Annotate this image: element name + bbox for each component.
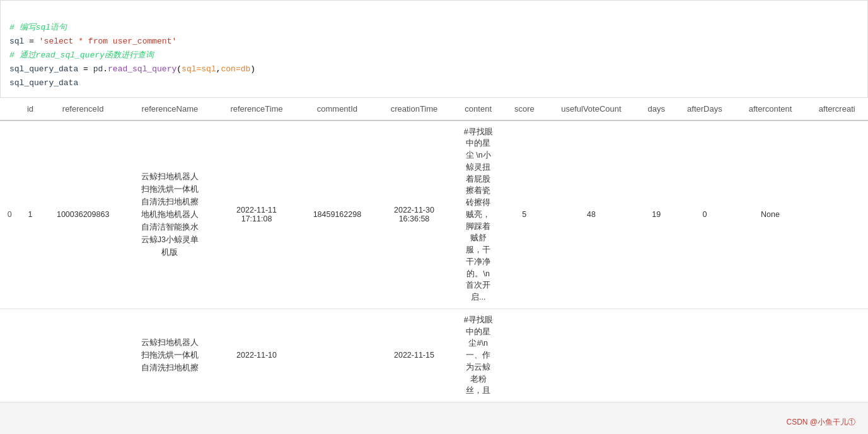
cell-referencename-0: 云鲸扫地机器人扫拖洗烘一体机自清洗扫地机擦地机拖地机器人自清洁智能换水云鲸J3小… (125, 120, 215, 309)
cell-usefulvotecount-0: 48 (545, 120, 639, 309)
cell-creationtime-1: 2022-11-15 (376, 308, 453, 402)
code-param1: sql=sql (182, 64, 216, 74)
code-pd: pd (93, 64, 103, 74)
code-func: read_sql_query (108, 64, 176, 74)
cell-referencename-1: 云鲸扫地机器人扫拖洗烘一体机自清洗扫地机擦 (125, 308, 215, 402)
col-header-referenceid: referenceId (41, 98, 125, 120)
cell-afterdays-0: 0 (674, 120, 735, 309)
cell-commentid-1 (298, 308, 376, 402)
col-header-afterdays: afterDays (674, 98, 735, 120)
cell-aftercontent-0: None (735, 120, 806, 309)
col-header-referencetime: referenceTime (215, 98, 298, 120)
code-output-var: sql_query_data (9, 78, 78, 88)
cell-content-1: #寻找眼中的星尘#\n一、作为云鲸老粉丝，且 (452, 308, 504, 402)
col-header-days: days (638, 98, 674, 120)
col-header-content: content (452, 98, 504, 120)
cell-rowindex-1 (0, 308, 20, 402)
data-table: id referenceId referenceName referenceTi… (0, 98, 868, 403)
table-row: 0 1 100036209863 云鲸扫地机器人扫拖洗烘一体机自清洗扫地机擦地机… (0, 120, 868, 309)
col-header-referencename: referenceName (125, 98, 215, 120)
cell-score-0: 5 (504, 120, 545, 309)
col-header-aftercontent: aftercontent (735, 98, 806, 120)
col-header-commentid: commentId (298, 98, 376, 120)
cell-creationtime-0: 2022-11-3016:36:58 (376, 120, 453, 309)
col-header-creationtime: creationTime (376, 98, 453, 120)
cell-referenceid-0: 100036209863 (41, 120, 125, 309)
code-comment-1: # 编写sql语句 (9, 23, 67, 32)
col-header-aftercreati: aftercreati (806, 98, 868, 120)
cell-referencetime-0: 2022-11-1117:11:08 (215, 120, 298, 309)
cell-days-0: 19 (638, 120, 674, 309)
cell-referenceid-1 (41, 308, 125, 402)
table-header-row: id referenceId referenceName referenceTi… (0, 98, 868, 120)
cell-aftercreati-1 (806, 308, 868, 402)
code-param2: con=db (221, 64, 251, 74)
code-comment-2: # 通过read_sql_query函数进行查询 (9, 50, 154, 60)
col-header-usefulvotecount: usefulVoteCount (545, 98, 639, 120)
cell-aftercontent-1 (735, 308, 806, 402)
data-table-container: id referenceId referenceName referenceTi… (0, 98, 868, 403)
cell-commentid-0: 18459162298 (298, 120, 376, 309)
code-block: # 编写sql语句 sql = 'select * from user_comm… (0, 0, 868, 98)
cell-score-1 (504, 308, 545, 402)
code-var-result: sql_query_data (9, 64, 78, 74)
cell-referencetime-1: 2022-11-10 (215, 308, 298, 402)
col-header-id: id (20, 98, 42, 120)
table-row: 云鲸扫地机器人扫拖洗烘一体机自清洗扫地机擦 2022-11-10 2022-11… (0, 308, 868, 402)
col-header-score: score (504, 98, 545, 120)
code-var-sql: sql (9, 37, 24, 46)
cell-afterdays-1 (674, 308, 735, 402)
cell-rowindex-0: 0 (0, 120, 20, 309)
col-header-rowindex (0, 98, 20, 120)
cell-usefulvotecount-1 (545, 308, 639, 402)
cell-id-1 (20, 308, 42, 402)
cell-id-0: 1 (20, 120, 42, 309)
code-string-sql: 'select * from user_comment' (39, 37, 176, 46)
cell-days-1 (638, 308, 674, 402)
cell-aftercreati-0 (806, 120, 868, 309)
cell-content-0: #寻找眼中的星尘 \n小鲸灵扭着屁股擦着瓷砖擦得贼亮，脚踩着贼舒服，干干净净的。… (452, 120, 504, 309)
